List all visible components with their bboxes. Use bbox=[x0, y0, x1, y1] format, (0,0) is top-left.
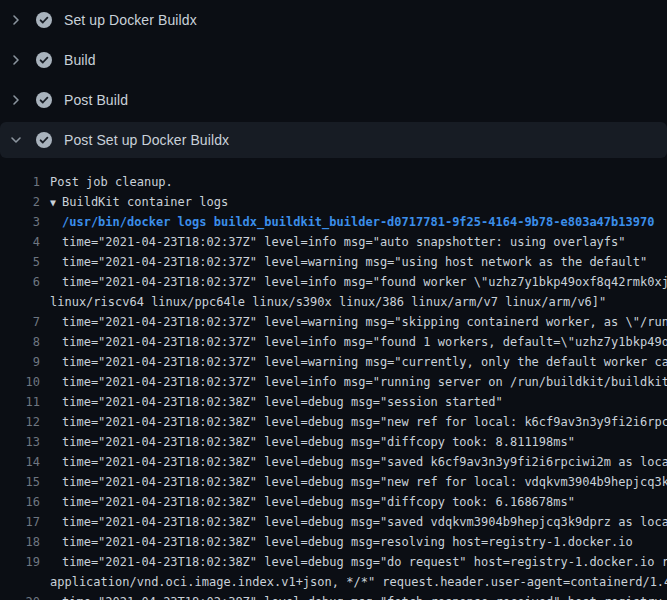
check-circle-icon bbox=[36, 92, 52, 108]
log-line-text: time="2021-04-23T18:02:37Z" level=warnin… bbox=[40, 252, 667, 272]
log-line: 12time="2021-04-23T18:02:38Z" level=debu… bbox=[0, 412, 667, 432]
log-line-number[interactable]: 10 bbox=[0, 372, 40, 392]
log-line-text: time="2021-04-23T18:02:37Z" level=info m… bbox=[40, 332, 667, 352]
log-line-text: time="2021-04-23T18:02:38Z" level=debug … bbox=[40, 592, 667, 600]
log-line-number[interactable]: 18 bbox=[0, 532, 40, 552]
log-line-text: time="2021-04-23T18:02:38Z" level=debug … bbox=[40, 452, 667, 472]
workflow-log-viewer: Set up Docker BuildxBuildPost BuildPost … bbox=[0, 0, 667, 600]
log-line: 14time="2021-04-23T18:02:38Z" level=debu… bbox=[0, 452, 667, 472]
log-group-toggle[interactable]: ▼BuildKit container logs bbox=[40, 192, 667, 212]
log-line: 15time="2021-04-23T18:02:38Z" level=debu… bbox=[0, 472, 667, 492]
log-line-number[interactable]: 20 bbox=[0, 592, 40, 600]
log-line-number[interactable]: 1 bbox=[0, 172, 40, 192]
log-line: 9time="2021-04-23T18:02:37Z" level=warni… bbox=[0, 352, 667, 372]
log-line-number[interactable]: 17 bbox=[0, 512, 40, 532]
log-command-text: /usr/bin/docker logs buildx_buildkit_bui… bbox=[40, 212, 667, 232]
log-line-number bbox=[0, 292, 40, 312]
log-line: 4time="2021-04-23T18:02:37Z" level=info … bbox=[0, 232, 667, 252]
log-line: 6time="2021-04-23T18:02:37Z" level=info … bbox=[0, 272, 667, 292]
group-expanded-triangle-icon: ▼ bbox=[50, 193, 62, 212]
log-line-number[interactable]: 5 bbox=[0, 252, 40, 272]
log-line-text: linux/riscv64 linux/ppc64le linux/s390x … bbox=[40, 292, 667, 312]
check-circle-icon bbox=[36, 132, 52, 148]
chevron-right-icon bbox=[8, 52, 24, 68]
log-line-text: time="2021-04-23T18:02:37Z" level=warnin… bbox=[40, 312, 667, 332]
log-line: 16time="2021-04-23T18:02:38Z" level=debu… bbox=[0, 492, 667, 512]
log-line-text: time="2021-04-23T18:02:37Z" level=warnin… bbox=[40, 352, 667, 372]
check-circle-icon bbox=[36, 52, 52, 68]
log-line-text: time="2021-04-23T18:02:38Z" level=debug … bbox=[40, 412, 667, 432]
log-line: 8time="2021-04-23T18:02:37Z" level=info … bbox=[0, 332, 667, 352]
log-line-text: time="2021-04-23T18:02:38Z" level=debug … bbox=[40, 532, 667, 552]
log-line-text: time="2021-04-23T18:02:38Z" level=debug … bbox=[40, 492, 667, 512]
step-label: Build bbox=[64, 52, 96, 68]
log-line: 2▼BuildKit container logs bbox=[0, 192, 667, 212]
log-line-number[interactable]: 19 bbox=[0, 552, 40, 572]
log-line: 20time="2021-04-23T18:02:38Z" level=debu… bbox=[0, 592, 667, 600]
chevron-right-icon bbox=[8, 12, 24, 28]
step-label: Set up Docker Buildx bbox=[64, 12, 197, 28]
log-line: 13time="2021-04-23T18:02:38Z" level=debu… bbox=[0, 432, 667, 452]
log-line-number[interactable]: 9 bbox=[0, 352, 40, 372]
log-line-number[interactable]: 4 bbox=[0, 232, 40, 252]
log-line: 11time="2021-04-23T18:02:38Z" level=debu… bbox=[0, 392, 667, 412]
log-line-number[interactable]: 2 bbox=[0, 192, 40, 212]
log-line-number[interactable]: 6 bbox=[0, 272, 40, 292]
log-line-text: Post job cleanup. bbox=[40, 172, 667, 192]
log-line-text: time="2021-04-23T18:02:37Z" level=info m… bbox=[40, 272, 667, 292]
log-line: 1Post job cleanup. bbox=[0, 172, 667, 192]
steps-list: Set up Docker BuildxBuildPost BuildPost … bbox=[0, 0, 667, 158]
log-line-continuation: linux/riscv64 linux/ppc64le linux/s390x … bbox=[0, 292, 667, 312]
log-line-number[interactable]: 11 bbox=[0, 392, 40, 412]
chevron-right-icon bbox=[8, 92, 24, 108]
log-line: 10time="2021-04-23T18:02:37Z" level=info… bbox=[0, 372, 667, 392]
log-line-number[interactable]: 3 bbox=[0, 212, 40, 232]
log-line-number[interactable]: 13 bbox=[0, 432, 40, 452]
log-line: 17time="2021-04-23T18:02:38Z" level=debu… bbox=[0, 512, 667, 532]
check-circle-icon bbox=[36, 12, 52, 28]
log-line-text: time="2021-04-23T18:02:38Z" level=debug … bbox=[40, 392, 667, 412]
log-line: 3/usr/bin/docker logs buildx_buildkit_bu… bbox=[0, 212, 667, 232]
log-line-number[interactable]: 16 bbox=[0, 492, 40, 512]
log-line: 7time="2021-04-23T18:02:37Z" level=warni… bbox=[0, 312, 667, 332]
log-line-text: time="2021-04-23T18:02:37Z" level=info m… bbox=[40, 232, 667, 252]
step-header-post-set-up-docker-buildx[interactable]: Post Set up Docker Buildx bbox=[0, 122, 667, 158]
log-line-number[interactable]: 15 bbox=[0, 472, 40, 492]
log-line-text: time="2021-04-23T18:02:38Z" level=debug … bbox=[40, 552, 667, 572]
log-line-number[interactable]: 12 bbox=[0, 412, 40, 432]
step-header-build[interactable]: Build bbox=[0, 40, 667, 80]
log-line-continuation: application/vnd.oci.image.index.v1+json,… bbox=[0, 572, 667, 592]
log-line: 19time="2021-04-23T18:02:38Z" level=debu… bbox=[0, 552, 667, 572]
step-header-post-build[interactable]: Post Build bbox=[0, 80, 667, 120]
log-line: 18time="2021-04-23T18:02:38Z" level=debu… bbox=[0, 532, 667, 552]
step-label: Post Set up Docker Buildx bbox=[64, 132, 229, 148]
log-area: 1Post job cleanup.2▼BuildKit container l… bbox=[0, 160, 667, 600]
log-line-text: time="2021-04-23T18:02:38Z" level=debug … bbox=[40, 512, 667, 532]
log-line: 5time="2021-04-23T18:02:37Z" level=warni… bbox=[0, 252, 667, 272]
log-line-number[interactable]: 8 bbox=[0, 332, 40, 352]
chevron-down-icon bbox=[8, 132, 24, 148]
log-line-text: time="2021-04-23T18:02:37Z" level=info m… bbox=[40, 372, 667, 392]
log-line-number bbox=[0, 572, 40, 592]
log-line-text: time="2021-04-23T18:02:38Z" level=debug … bbox=[40, 432, 667, 452]
log-line-text: application/vnd.oci.image.index.v1+json,… bbox=[40, 572, 667, 592]
log-line-number[interactable]: 14 bbox=[0, 452, 40, 472]
step-header-set-up-docker-buildx[interactable]: Set up Docker Buildx bbox=[0, 0, 667, 40]
step-label: Post Build bbox=[64, 92, 128, 108]
log-line-number[interactable]: 7 bbox=[0, 312, 40, 332]
log-line-text: time="2021-04-23T18:02:38Z" level=debug … bbox=[40, 472, 667, 492]
log-group-title: BuildKit container logs bbox=[62, 195, 228, 209]
